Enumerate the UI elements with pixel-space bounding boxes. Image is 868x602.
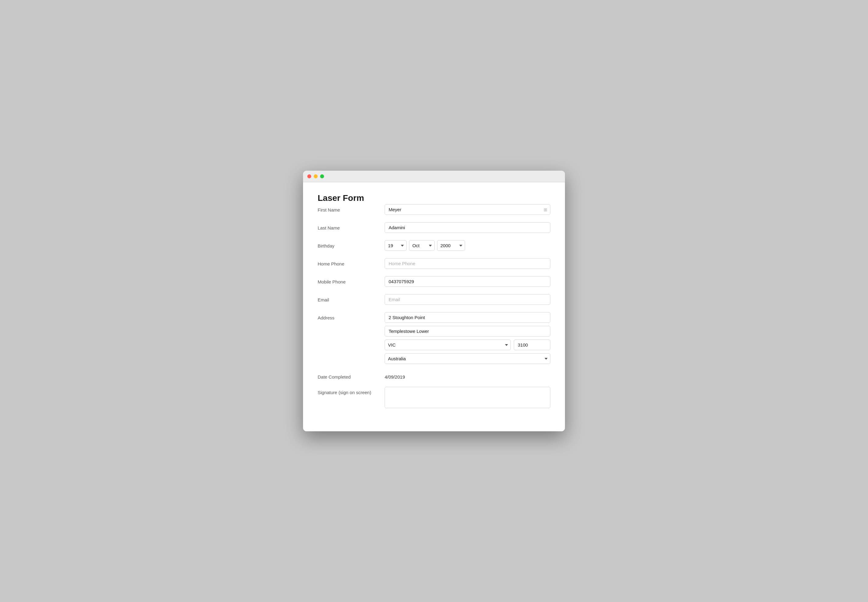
date-completed-label: Date Completed xyxy=(318,371,385,379)
birthday-row: Birthday 19 Oct 2000 xyxy=(318,240,550,251)
birthday-selects: 19 Oct 2000 xyxy=(385,240,550,251)
first-name-input[interactable] xyxy=(385,204,550,215)
email-input[interactable] xyxy=(385,294,550,305)
birthday-month-select[interactable]: Oct xyxy=(409,240,435,251)
mobile-phone-row: Mobile Phone xyxy=(318,276,550,287)
address-card-icon: ⊞ xyxy=(543,207,547,212)
signature-row: Signature (sign on screen) xyxy=(318,387,550,409)
last-name-label: Last Name xyxy=(318,222,385,230)
first-name-input-wrapper: ⊞ xyxy=(385,204,550,215)
last-name-field xyxy=(385,222,550,233)
mobile-phone-input[interactable] xyxy=(385,276,550,287)
address-line2-input[interactable] xyxy=(385,326,550,336)
fullscreen-button[interactable] xyxy=(320,174,324,178)
home-phone-field xyxy=(385,258,550,269)
address-row: Address VIC Australia xyxy=(318,312,550,364)
first-name-field: ⊞ xyxy=(385,204,550,215)
signature-canvas[interactable] xyxy=(385,387,550,408)
first-name-row: First Name ⊞ xyxy=(318,204,550,215)
email-label: Email xyxy=(318,294,385,303)
date-completed-row: Date Completed 4/09/2019 xyxy=(318,371,550,379)
app-window: Laser Form First Name ⊞ Last Name Birthd… xyxy=(303,171,565,431)
mobile-phone-field xyxy=(385,276,550,287)
birthday-label: Birthday xyxy=(318,240,385,249)
form-title: Laser Form xyxy=(318,193,550,203)
home-phone-input[interactable] xyxy=(385,258,550,269)
home-phone-row: Home Phone xyxy=(318,258,550,269)
date-completed-field: 4/09/2019 xyxy=(385,371,550,379)
home-phone-label: Home Phone xyxy=(318,258,385,266)
state-postcode-row: VIC xyxy=(385,339,550,350)
address-line1-input[interactable] xyxy=(385,312,550,323)
email-field xyxy=(385,294,550,305)
state-select[interactable]: VIC xyxy=(385,339,511,350)
minimize-button[interactable] xyxy=(314,174,318,178)
date-completed-value: 4/09/2019 xyxy=(385,371,550,379)
signature-label: Signature (sign on screen) xyxy=(318,387,385,395)
mobile-phone-label: Mobile Phone xyxy=(318,276,385,284)
email-row: Email xyxy=(318,294,550,305)
postcode-input[interactable] xyxy=(514,339,550,350)
birthday-day-select[interactable]: 19 xyxy=(385,240,407,251)
address-label: Address xyxy=(318,312,385,320)
form-content: Laser Form First Name ⊞ Last Name Birthd… xyxy=(303,182,565,431)
address-field: VIC Australia xyxy=(385,312,550,364)
first-name-label: First Name xyxy=(318,204,385,212)
country-select[interactable]: Australia xyxy=(385,353,550,364)
birthday-year-select[interactable]: 2000 xyxy=(437,240,465,251)
last-name-input[interactable] xyxy=(385,222,550,233)
close-button[interactable] xyxy=(307,174,311,178)
birthday-field: 19 Oct 2000 xyxy=(385,240,550,251)
signature-field xyxy=(385,387,550,409)
last-name-row: Last Name xyxy=(318,222,550,233)
titlebar xyxy=(303,171,565,182)
